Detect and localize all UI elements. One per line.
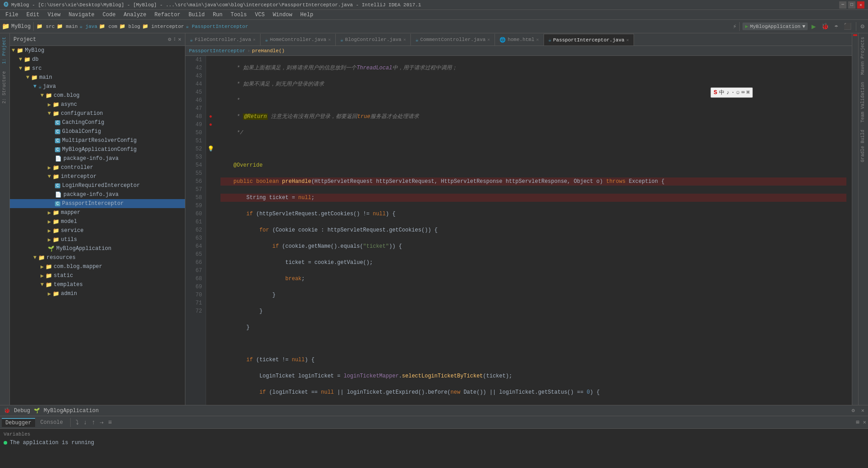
team-validation-tab[interactable]: Team Validation bbox=[859, 78, 868, 126]
tree-item-comblog[interactable]: ▼ 📁 com.blog bbox=[10, 91, 185, 100]
close-debug-btn[interactable]: ✕ bbox=[863, 419, 866, 426]
close-button[interactable]: ✕ bbox=[857, 1, 864, 9]
gradle-build-tab[interactable]: Gradle Build bbox=[859, 126, 868, 166]
tab-blogcontroller[interactable]: ☕ BlogController.java ✕ bbox=[336, 34, 411, 45]
marker-41 bbox=[206, 56, 215, 64]
tree-item-async[interactable]: ▶ 📁 async bbox=[10, 100, 185, 109]
tree-item-myblogappconfig[interactable]: C MyBlogApplicationConfig bbox=[10, 145, 185, 154]
tree-item-service[interactable]: ▶ 📁 service bbox=[10, 226, 185, 235]
tree-item-model[interactable]: ▶ 📁 model bbox=[10, 217, 185, 226]
tree-label: GlobalConfig bbox=[62, 128, 101, 135]
tab-close-icon[interactable]: ✕ bbox=[403, 37, 406, 42]
tree-item-packageinfo-interceptor[interactable]: 📄 package-info.java bbox=[10, 190, 185, 199]
tree-label: java bbox=[43, 83, 56, 90]
tree-item-packageinfo-config[interactable]: 📄 package-info.java bbox=[10, 154, 185, 163]
menu-file[interactable]: File bbox=[2, 11, 22, 19]
evaluate-btn[interactable]: ≡ bbox=[107, 419, 113, 426]
menu-view[interactable]: View bbox=[44, 11, 64, 19]
breadcrumb-method[interactable]: preHandle() bbox=[252, 48, 285, 54]
restore-layout-btn[interactable]: ⊞ bbox=[856, 419, 859, 426]
tab-homecontroller[interactable]: ☕ HomeController.java ✕ bbox=[261, 34, 336, 45]
sort-icon[interactable]: ↕ bbox=[173, 36, 176, 43]
tab-passportinterceptor[interactable]: ☕ PassportInterceptor.java ✕ bbox=[544, 34, 634, 45]
tree-item-globalconfig[interactable]: C GlobalConfig bbox=[10, 127, 185, 136]
debug-title: Debug bbox=[14, 408, 30, 414]
run-to-cursor-btn[interactable]: ⇢ bbox=[99, 418, 105, 426]
menu-help[interactable]: Help bbox=[297, 11, 317, 19]
step-over-btn[interactable]: ⤵ bbox=[74, 419, 80, 426]
menu-build[interactable]: Build bbox=[185, 11, 208, 19]
tree-item-interceptor[interactable]: ▼ 📁 interceptor bbox=[10, 172, 185, 181]
tree-item-controller[interactable]: ▶ 📁 controller bbox=[10, 163, 185, 172]
menu-edit[interactable]: Edit bbox=[23, 11, 43, 19]
debug-button[interactable]: 🐞 bbox=[819, 23, 831, 30]
menu-code[interactable]: Code bbox=[99, 11, 119, 19]
folder-icon-img: 📁 bbox=[31, 74, 38, 81]
menu-analyze[interactable]: Analyze bbox=[120, 11, 150, 19]
menu-vcs[interactable]: VCS bbox=[252, 11, 269, 19]
tab-close-icon[interactable]: ✕ bbox=[536, 37, 539, 42]
tree-item-utils[interactable]: ▶ 📁 utils bbox=[10, 235, 185, 244]
tree-label: interceptor bbox=[61, 173, 96, 180]
breadcrumb-class[interactable]: PassportInterceptor bbox=[189, 48, 245, 54]
menu-run[interactable]: Run bbox=[209, 11, 226, 19]
folder-icon-img: 📁 bbox=[45, 273, 52, 279]
editor-tabs: ☕ FileController.java ✕ ☕ HomeController… bbox=[185, 33, 852, 46]
tree-item-cachingconfig[interactable]: C CachingConfig bbox=[10, 118, 185, 127]
tab-filecontroller[interactable]: ☕ FileController.java ✕ bbox=[185, 34, 261, 45]
run-button[interactable]: ▶ bbox=[810, 22, 818, 31]
menu-refactor[interactable]: Refactor bbox=[151, 11, 184, 19]
tab-close-icon[interactable]: ✕ bbox=[487, 37, 490, 42]
tab-homehtml[interactable]: 🌐 home.html ✕ bbox=[495, 34, 544, 45]
minimize-button[interactable]: ─ bbox=[839, 1, 846, 9]
tab-close-icon[interactable]: ✕ bbox=[328, 37, 331, 42]
structure-side-tab[interactable]: 2: Structure bbox=[0, 68, 9, 107]
maximize-button[interactable]: □ bbox=[848, 1, 855, 9]
tree-item-loginrequired[interactable]: C LoginRequiredInterceptor bbox=[10, 181, 185, 190]
tree-item-db[interactable]: ▼ 📁 db bbox=[10, 55, 185, 64]
gear-icon[interactable]: ⚙ bbox=[168, 36, 171, 43]
tree-item-comblogmapper[interactable]: ▶ 📁 com.blog.mapper bbox=[10, 262, 185, 271]
debug-settings-icon[interactable]: ⚙ bbox=[852, 407, 855, 414]
step-into-btn[interactable]: ↓ bbox=[82, 419, 88, 426]
stop-button[interactable]: ⬛ bbox=[842, 23, 853, 30]
tab-close-icon[interactable]: ✕ bbox=[626, 37, 629, 43]
tree-item-src[interactable]: ▼ 📁 src bbox=[10, 64, 185, 73]
project-side-tab[interactable]: 1: Project bbox=[0, 33, 9, 68]
tree-item-passportinterceptor[interactable]: C PassportInterceptor bbox=[10, 199, 185, 208]
title-bar: 🅜 MyBlog - [C:\Users\xie\Desktop\MyBlog]… bbox=[0, 0, 868, 10]
tree-item-templates[interactable]: ▼ 📁 templates bbox=[10, 280, 185, 289]
console-tab[interactable]: Console bbox=[37, 418, 67, 427]
coverage-button[interactable]: ☂ bbox=[832, 23, 840, 30]
menu-window[interactable]: Window bbox=[269, 11, 296, 19]
settings-button[interactable]: ⚙ bbox=[859, 23, 866, 30]
tree-item-multipart[interactable]: C MultipartResolverConfig bbox=[10, 136, 185, 145]
tree-label: configuration bbox=[61, 110, 103, 117]
tree-item-configuration[interactable]: ▼ 📁 configuration bbox=[10, 109, 185, 118]
tree-item-admin[interactable]: ▶ 📁 admin bbox=[10, 289, 185, 298]
menu-navigate[interactable]: Navigate bbox=[65, 11, 98, 19]
folder-open-icon: ▼ bbox=[48, 173, 51, 180]
tree-item-mapper[interactable]: ▶ 📁 mapper bbox=[10, 208, 185, 217]
folder-open-icon: ▼ bbox=[33, 83, 36, 90]
folder-closed-icon: ▶ bbox=[48, 101, 51, 108]
tree-item-resources[interactable]: ▼ 📁 resources bbox=[10, 253, 185, 262]
debugger-tab[interactable]: Debugger bbox=[2, 418, 35, 427]
tree-item-main[interactable]: ▼ 📁 main bbox=[10, 73, 185, 82]
debug-close-icon[interactable]: ✕ bbox=[861, 407, 864, 414]
folder-icon-img: 📁 bbox=[53, 173, 59, 180]
tree-item-myblog[interactable]: ▼ 📁 MyBlog bbox=[10, 46, 185, 55]
tree-item-static[interactable]: ▶ 📁 static bbox=[10, 271, 185, 280]
step-out-btn[interactable]: ↑ bbox=[90, 419, 96, 426]
tab-commentcontroller[interactable]: ☕ CommentController.java ✕ bbox=[411, 34, 495, 45]
tree-item-myblogapp[interactable]: 🌱 MyBlogApplication bbox=[10, 244, 185, 253]
menu-tools[interactable]: Tools bbox=[227, 11, 251, 19]
code-content[interactable]: * 如果上面都满足，则将请求用户的信息放到一个ThreadLocal中，用于请求… bbox=[215, 56, 852, 405]
tab-close-icon[interactable]: ✕ bbox=[253, 37, 256, 42]
tree-item-java[interactable]: ▼ ☕ java bbox=[10, 82, 185, 91]
editor-scroll[interactable]: 41 42 43 44 45 46 47 48 49 50 51 52 53 5… bbox=[185, 56, 852, 405]
toolbar-sync[interactable]: ⚡ bbox=[733, 23, 737, 30]
maven-projects-tab[interactable]: Maven Projects bbox=[859, 33, 868, 78]
close-panel-icon[interactable]: ✕ bbox=[178, 36, 181, 43]
run-config-selector[interactable]: ▶ MyBlogApplication ▼ bbox=[742, 23, 808, 30]
